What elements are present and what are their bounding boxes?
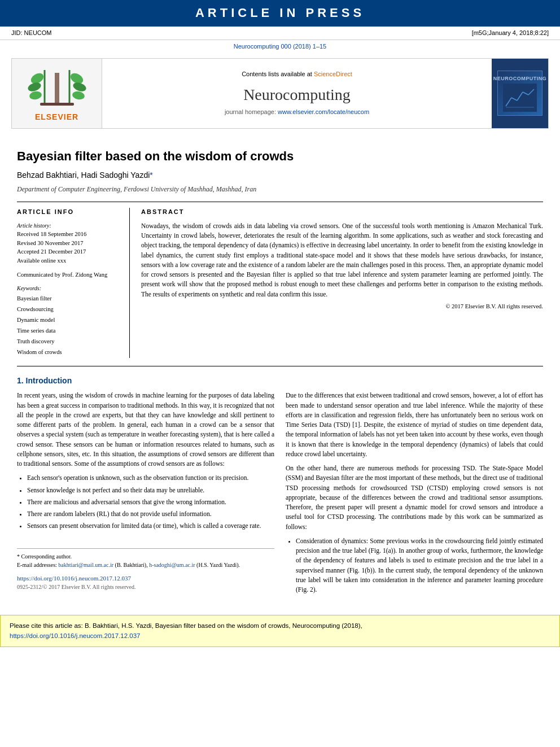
journal-name: Neurocomputing xyxy=(113,84,480,106)
homepage-line: journal homepage: www.elsevier.com/locat… xyxy=(113,108,480,116)
doi-line: Neurocomputing 000 (2018) 1–15 xyxy=(0,40,560,53)
svg-rect-9 xyxy=(55,73,59,104)
history-accepted: Accepted 21 December 2017 xyxy=(17,247,120,256)
svg-rect-11 xyxy=(503,84,537,112)
keywords-section: Keywords: Bayesian filter Crowdsourcing … xyxy=(17,285,120,357)
article-info-heading: ARTICLE INFO xyxy=(17,208,120,216)
authors: Behzad Bakhtiari, Hadi Sadoghi Yazdi* xyxy=(17,170,543,181)
doi-link[interactable]: Neurocomputing 000 (2018) 1–15 xyxy=(234,43,327,50)
svg-rect-10 xyxy=(40,103,74,106)
intro-body: In recent years, using the wisdom of cro… xyxy=(17,391,543,598)
homepage-url[interactable]: www.elsevier.com/locate/neucom xyxy=(278,108,369,115)
doi-footer: https://doi.org/10.1016/j.neucom.2017.12… xyxy=(17,574,274,583)
citation-text: Please cite this article as: B. Bakhtiar… xyxy=(10,622,362,629)
top-meta: JID: NEUCOM [m5G;January 4, 2018;8:22] xyxy=(0,27,560,40)
bullet-left-4: Sensors can present observation for limi… xyxy=(27,521,274,531)
jid-label: JID: NEUCOM xyxy=(11,29,52,37)
history-revised: Revised 30 November 2017 xyxy=(17,239,120,248)
intro-section-title: 1. Introduction xyxy=(17,375,543,387)
journal-center: Contents lists available at ScienceDirec… xyxy=(102,59,492,129)
intro-right-para-1: On the other hand, there are numerous me… xyxy=(286,464,543,532)
bullet-right-0: Consideration of dynamics: Some previous… xyxy=(296,536,543,595)
keyword-0: Bayesian filter xyxy=(17,294,120,304)
keywords-label: Keywords: xyxy=(17,285,120,292)
article-in-press-banner: ARTICLE IN PRESS xyxy=(0,0,560,27)
footnote-section: * Corresponding author. E-mail addresses… xyxy=(17,548,274,569)
main-content: Bayesian filter based on the wisdom of c… xyxy=(0,133,560,609)
elsevier-text: ELSEVIER xyxy=(35,112,78,123)
intro-right-col: Due to the differences that exist betwee… xyxy=(286,391,543,598)
bullet-left-1: Sensor knowledge is not perfect and so t… xyxy=(27,486,274,495)
abstract-heading: ABSTRACT xyxy=(141,208,543,216)
keyword-2: Dynamic model xyxy=(17,315,120,326)
history-received: Received 18 September 2016 xyxy=(17,230,120,239)
intro-left-col: In recent years, using the wisdom of cro… xyxy=(17,391,274,598)
keyword-5: Wisdom of crowds xyxy=(17,347,120,358)
citation-doi-link[interactable]: https://doi.org/10.1016/j.neucom.2017.12… xyxy=(10,632,140,639)
keyword-1: Crowdsourcing xyxy=(17,304,120,315)
bullet-left-2: There are malicious and adversarial sens… xyxy=(27,497,274,507)
divider-2 xyxy=(17,366,543,366)
citation-bar: Please cite this article as: B. Bakhtiar… xyxy=(0,615,560,647)
bullet-left-3: There are random labelers (RL) that do n… xyxy=(27,509,274,519)
intro-right-para-0: Due to the differences that exist betwee… xyxy=(286,391,543,459)
keyword-3: Time series data xyxy=(17,326,120,337)
doi-footer-link[interactable]: https://doi.org/10.1016/j.neucom.2017.12… xyxy=(17,575,131,582)
corresponding-note: * Corresponding author. xyxy=(17,552,274,561)
email2-link[interactable]: h-sadoghi@um.ac.ir xyxy=(149,562,195,568)
intro-bullets-right: Consideration of dynamics: Some previous… xyxy=(286,536,543,595)
issn-line: 0925-2312/© 2017 Elsevier B.V. All right… xyxy=(17,583,274,591)
bullet-left-0: Each sensor's operation is unknown, such… xyxy=(27,473,274,483)
sciencedirect-link[interactable]: ScienceDirect xyxy=(314,71,352,77)
sciencedirect-line: Contents lists available at ScienceDirec… xyxy=(113,70,480,78)
history-online: Available online xxx xyxy=(17,256,120,265)
email1-link[interactable]: bakhtiari@mail.um.ac.ir xyxy=(58,562,113,568)
corresponding-star[interactable]: * xyxy=(150,171,152,180)
journal-header: ELSEVIER Contents lists available at Sci… xyxy=(11,58,549,129)
date-label: [m5G;January 4, 2018;8:22] xyxy=(472,29,549,37)
keywords-list: Bayesian filter Crowdsourcing Dynamic mo… xyxy=(17,294,120,357)
communicated-by: Communicated by Prof. Zidong Wang xyxy=(17,271,120,279)
intro-bullets-left: Each sensor's operation is unknown, such… xyxy=(17,473,274,531)
elsevier-logo-section: ELSEVIER xyxy=(12,59,102,129)
article-info-col: ARTICLE INFO Article history: Received 1… xyxy=(17,208,130,357)
abstract-text: Nowadays, the wisdom of crowds aids in d… xyxy=(141,221,543,299)
email-note: E-mail addresses: bakhtiari@mail.um.ac.i… xyxy=(17,561,274,569)
article-title: Bayesian filter based on the wisdom of c… xyxy=(17,148,543,165)
copyright-line: © 2017 Elsevier B.V. All rights reserved… xyxy=(141,303,543,311)
article-history: Article history: Received 18 September 2… xyxy=(17,221,120,265)
elsevier-logo-wrapper: ELSEVIER xyxy=(23,64,91,123)
divider-1 xyxy=(17,202,543,202)
journal-thumbnail: NEUROCOMPUTING xyxy=(492,59,548,129)
authors-text: Behzad Bakhtiari, Hadi Sadoghi Yazdi xyxy=(17,171,150,180)
keyword-4: Truth discovery xyxy=(17,337,120,347)
abstract-col: ABSTRACT Nowadays, the wisdom of crowds … xyxy=(141,208,543,357)
affiliation: Department of Computer Engineering, Ferd… xyxy=(17,185,543,194)
neurocomputing-thumbnail: NEUROCOMPUTING xyxy=(497,71,542,116)
history-label: Article history: xyxy=(17,221,120,230)
intro-para-1: In recent years, using the wisdom of cro… xyxy=(17,391,274,469)
elsevier-logo-svg xyxy=(23,64,91,110)
article-info-abstract: ARTICLE INFO Article history: Received 1… xyxy=(17,208,543,357)
